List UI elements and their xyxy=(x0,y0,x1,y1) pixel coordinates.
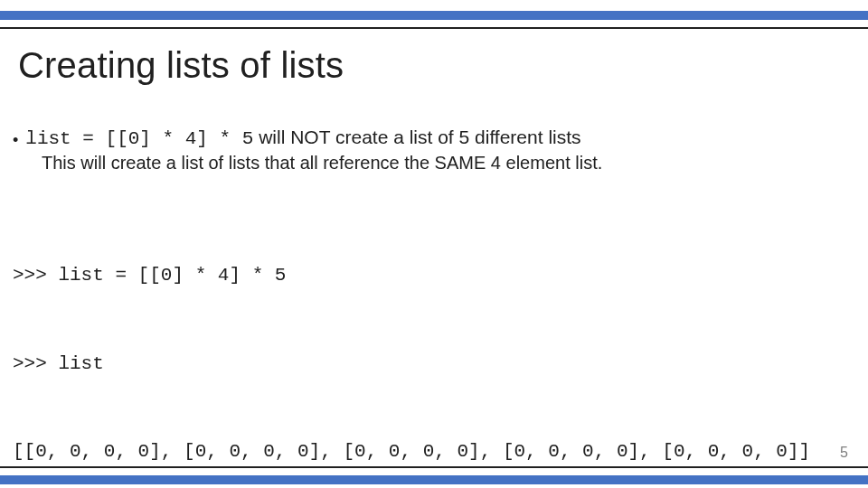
code-line: [[0, 0, 0, 0], [0, 0, 0, 0], [0, 0, 0, 0… xyxy=(13,437,855,467)
top-band xyxy=(0,11,868,20)
code-line: >>> list = [[0] * 4] * 5 xyxy=(13,261,855,291)
bullet-dot-icon: • xyxy=(13,132,18,148)
top-rule xyxy=(0,27,868,29)
bullet-line: • list = [[0] * 4] * 5 will NOT create a… xyxy=(13,127,855,149)
bullet-content: list = [[0] * 4] * 5 will NOT create a l… xyxy=(25,127,580,149)
code-block: >>> list = [[0] * 4] * 5 >>> list [[0, 0… xyxy=(13,202,855,488)
bullet-text: will NOT create a list of 5 different li… xyxy=(253,127,580,147)
bullet-code: list = [[0] * 4] * 5 xyxy=(25,128,253,149)
page-number: 5 xyxy=(840,445,848,461)
slide-body: • list = [[0] * 4] * 5 will NOT create a… xyxy=(13,127,855,488)
slide: Creating lists of lists • list = [[0] * … xyxy=(0,0,868,488)
slide-title: Creating lists of lists xyxy=(18,45,344,86)
bullet-subtext: This will create a list of lists that al… xyxy=(42,153,855,174)
code-line: >>> list xyxy=(13,350,855,380)
